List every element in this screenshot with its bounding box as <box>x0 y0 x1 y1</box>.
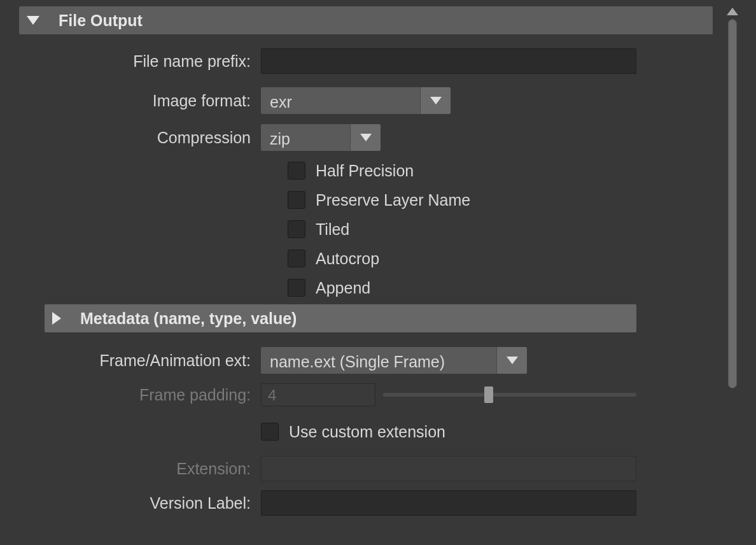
dropdown-value: exr <box>261 87 420 114</box>
slider-value[interactable]: 4 <box>261 383 375 406</box>
row-version-label: Version Label: <box>0 489 719 517</box>
dropdown-button[interactable] <box>420 87 451 114</box>
row-frame-padding: Frame padding: 4 <box>0 381 719 409</box>
checkbox-label: Tiled <box>316 220 349 239</box>
row-compression: Compression zip <box>0 124 719 152</box>
file-name-prefix-input[interactable] <box>261 48 636 74</box>
checkbox-label: Autocrop <box>316 250 379 268</box>
section-header-file-output[interactable]: File Output <box>19 6 713 34</box>
label-version-label: Version Label: <box>0 494 261 513</box>
checkbox-label: Half Precision <box>316 162 414 180</box>
dropdown-value: zip <box>261 124 350 151</box>
extension-input <box>261 456 636 481</box>
chevron-down-icon <box>27 16 39 25</box>
row-extension: Extension: <box>0 455 719 483</box>
section-header-metadata[interactable]: Metadata (name, type, value) <box>45 304 636 332</box>
checkbox-box[interactable] <box>261 423 279 441</box>
dropdown-button[interactable] <box>496 347 527 374</box>
chevron-right-icon <box>52 312 61 325</box>
image-format-dropdown[interactable]: exr <box>261 87 451 114</box>
slider-track[interactable] <box>383 393 636 397</box>
scroll-up-arrow-icon[interactable] <box>727 8 738 15</box>
checkbox-use-custom-extension[interactable]: Use custom extension <box>261 419 445 444</box>
scroll-thumb[interactable] <box>728 19 737 388</box>
checkbox-half-precision[interactable]: Half Precision <box>288 158 719 183</box>
checkbox-box[interactable] <box>288 162 305 180</box>
row-use-custom-extension: Use custom extension <box>0 415 719 448</box>
checkbox-label: Append <box>316 279 370 297</box>
checkbox-append[interactable]: Append <box>288 275 719 301</box>
section-title: File Output <box>59 11 143 30</box>
section-title: Metadata (name, type, value) <box>80 309 297 328</box>
compression-dropdown[interactable]: zip <box>261 124 381 151</box>
frame-animation-ext-dropdown[interactable]: name.ext (Single Frame) <box>261 347 527 374</box>
chevron-down-icon <box>430 97 442 104</box>
slider-thumb[interactable] <box>484 386 493 403</box>
dropdown-value: name.ext (Single Frame) <box>261 347 496 374</box>
checkbox-label: Preserve Layer Name <box>316 191 470 209</box>
frame-padding-slider[interactable]: 4 <box>261 383 636 406</box>
settings-panel: File Output File name prefix: Image form… <box>0 0 719 545</box>
checkbox-preserve-layer-name[interactable]: Preserve Layer Name <box>288 187 719 213</box>
checkbox-box[interactable] <box>288 191 305 209</box>
row-file-name-prefix: File name prefix: <box>0 47 719 75</box>
label-file-name-prefix: File name prefix: <box>0 52 261 71</box>
checkbox-box[interactable] <box>288 279 305 297</box>
label-image-format: Image format: <box>0 92 261 110</box>
row-image-format: Image format: exr <box>0 87 719 115</box>
chevron-down-icon <box>507 357 518 364</box>
checkbox-tiled[interactable]: Tiled <box>288 216 719 242</box>
checkbox-label: Use custom extension <box>289 423 445 441</box>
checkbox-box[interactable] <box>288 250 305 267</box>
vertical-scrollbar[interactable] <box>727 8 738 530</box>
label-compression: Compression <box>0 129 261 147</box>
row-frame-animation-ext: Frame/Animation ext: name.ext (Single Fr… <box>0 346 719 374</box>
checkbox-box[interactable] <box>288 220 305 238</box>
label-extension: Extension: <box>0 460 261 478</box>
checkbox-autocrop[interactable]: Autocrop <box>288 246 719 271</box>
dropdown-button[interactable] <box>350 124 381 151</box>
version-label-input[interactable] <box>261 490 636 516</box>
chevron-down-icon <box>360 134 372 141</box>
label-frame-padding: Frame padding: <box>0 386 261 404</box>
label-frame-animation-ext: Frame/Animation ext: <box>0 351 261 370</box>
